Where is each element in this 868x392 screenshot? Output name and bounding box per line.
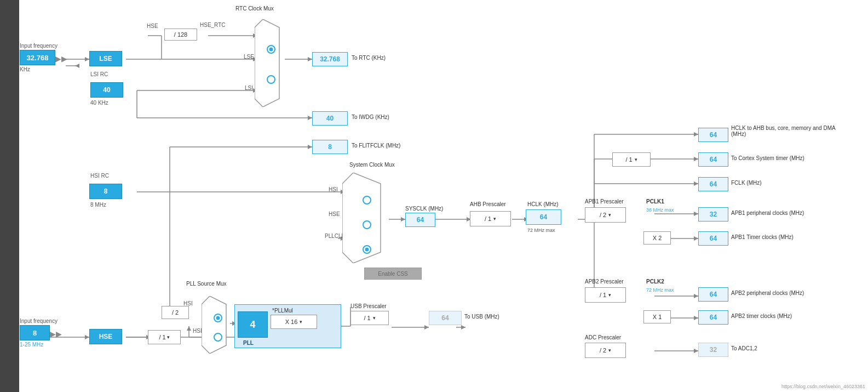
lsi-rc-label: LSI RC <box>90 71 108 77</box>
enable-css-button[interactable]: Enable CSS <box>364 268 422 280</box>
pclk2-max: 72 MHz max <box>646 287 674 293</box>
lse-box: LSE <box>89 51 122 66</box>
ahb-output-label: HCLK to AHB bus, core, memory and DMA (M… <box>731 125 841 137</box>
flitfclk-output-value: 8 <box>312 140 348 154</box>
svg-marker-49 <box>694 181 698 186</box>
ahb-prescaler-label: AHB Prescaler <box>470 201 506 207</box>
hse-div-label: HSE <box>147 23 158 29</box>
usb-output-label: To USB (MHz) <box>464 314 499 320</box>
flitfclk-output-label: To FLITFCLK (MHz) <box>352 143 400 149</box>
svg-point-84 <box>267 76 275 83</box>
fclk-value: 64 <box>698 177 728 191</box>
apb2-prescaler-label: APB2 Prescaler <box>585 279 624 285</box>
svg-marker-73 <box>85 335 89 339</box>
adc-prescaler-dropdown[interactable]: / 2 ▾ <box>585 343 626 358</box>
pll-mux-shape <box>202 296 234 354</box>
pclk1-label: PCLK1 <box>646 198 664 204</box>
hsi-sys-label: HSI <box>329 186 338 192</box>
hsi-rc-label: HSI RC <box>90 173 109 179</box>
hsi-pll-label: HSI <box>183 300 193 306</box>
adc-output-value: 32 <box>698 343 728 357</box>
svg-point-86 <box>363 196 371 204</box>
svg-marker-46 <box>694 157 698 161</box>
hclk-max-label: 72 MHz max <box>527 228 555 233</box>
input-freq-hse-label: Input frequency 8 ▶▶ 1-25 MHz <box>20 318 58 348</box>
apb1-timer-value: 64 <box>698 231 728 246</box>
watermark: https://blog.csdn.net/weixin_46023361 <box>781 384 865 389</box>
rtc-output-label: To RTC (KHz) <box>352 55 386 61</box>
apb2-timer-label: APB2 timer clocks (MHz) <box>731 313 792 319</box>
svg-point-83 <box>269 48 273 52</box>
rtc-output-value: 32.768 <box>312 52 348 66</box>
svg-marker-59 <box>694 212 698 216</box>
svg-marker-69 <box>424 325 429 329</box>
cortex-timer-value: 64 <box>698 152 728 167</box>
lsi-value-box: 40 <box>90 82 123 98</box>
hse-box: HSE <box>89 329 122 344</box>
cortex-prescaler-dropdown[interactable]: / 1 ▾ <box>612 152 651 167</box>
apb2-timer-value: 64 <box>698 310 728 325</box>
usb-output-value: 64 <box>429 311 462 325</box>
hsi-unit: 8 MHz <box>90 202 106 208</box>
pll-mul-dropdown[interactable]: X 16 ▾ <box>271 315 317 329</box>
svg-marker-81 <box>255 19 279 107</box>
fclk-label: FCLK (MHz) <box>731 180 762 186</box>
svg-point-92 <box>216 316 220 320</box>
input-freq-lse-unit: KHz <box>20 66 58 72</box>
apb2-timer-x1-box: X 1 <box>643 310 671 323</box>
apb1-timer-label: APB1 Timer clocks (MHz) <box>731 234 794 240</box>
apb1-prescaler-label: APB1 Prescaler <box>585 198 624 204</box>
iwdg-output-label: To IWDG (KHz) <box>352 114 389 120</box>
svg-marker-75 <box>75 64 79 68</box>
pll-label: PLL <box>243 340 254 346</box>
svg-marker-61 <box>694 236 698 241</box>
hse-rtc-label: HSE_RTC <box>200 22 226 28</box>
svg-marker-90 <box>202 296 226 354</box>
adc-prescaler-label: ADC Prescaler <box>585 334 621 340</box>
rtc-mux-shape <box>255 19 288 107</box>
sysclk-label: SYSCLK (MHz) <box>405 206 443 212</box>
input-freq-hse-value[interactable]: 8 <box>20 325 50 340</box>
svg-point-89 <box>365 248 369 252</box>
svg-point-93 <box>214 333 222 341</box>
pclk1-max: 36 MHz max <box>646 207 674 213</box>
input-freq-hse-unit: 1-25 MHz <box>20 342 58 348</box>
svg-marker-85 <box>342 173 381 263</box>
left-panel <box>0 0 19 392</box>
svg-marker-14 <box>308 116 312 120</box>
pll-value-box: 4 <box>238 311 268 338</box>
svg-marker-67 <box>694 349 698 353</box>
ahb-prescaler-dropdown[interactable]: / 1 ▾ <box>470 211 511 226</box>
apb2-prescaler-dropdown[interactable]: / 1 ▾ <box>585 287 626 303</box>
pll-mul-label: *PLLMul <box>272 308 293 314</box>
apb2-peripheral-value: 64 <box>698 287 728 302</box>
lse-mux-label: LSE <box>244 54 254 60</box>
usb-prescaler-dropdown[interactable]: / 1 ▾ <box>350 311 389 325</box>
svg-marker-1 <box>85 57 89 61</box>
svg-marker-26 <box>187 326 191 331</box>
lsi-unit: 40 KHz <box>90 100 108 106</box>
rtc-clock-mux-label: RTC Clock Mux <box>235 5 274 12</box>
svg-point-87 <box>363 221 371 229</box>
svg-marker-35 <box>401 217 405 221</box>
apb2-peripheral-label: APB2 peripheral clocks (MHz) <box>731 290 804 296</box>
hclk-label: HCLK (MHz) <box>527 201 559 207</box>
apb1-prescaler-dropdown[interactable]: / 2 ▾ <box>585 207 626 223</box>
usb-prescaler-label: USB Prescaler <box>350 303 387 309</box>
connection-lines <box>0 0 868 392</box>
hse-div128-box: / 128 <box>164 29 197 41</box>
hse-div1-dropdown[interactable]: / 1 ▾ <box>148 330 181 344</box>
pclk2-label: PCLK2 <box>646 279 664 285</box>
hclk-value: 64 <box>526 209 561 225</box>
adc-output-label: To ADC1,2 <box>731 345 757 351</box>
apb1-peripheral-value: 32 <box>698 207 728 221</box>
sys-mux-shape <box>342 173 392 263</box>
svg-marker-63 <box>694 294 698 298</box>
iwdg-output-value: 40 <box>312 111 348 126</box>
input-freq-lse-label: Input frequency 32.768 ▶▶ KHz <box>20 43 58 72</box>
cortex-timer-label: To Cortex System timer (MHz) <box>731 155 804 161</box>
system-clock-mux-label: System Clock Mux <box>349 162 395 168</box>
apb1-peripheral-label: APB1 peripheral clocks (MHz) <box>731 210 804 216</box>
svg-marker-11 <box>308 57 312 61</box>
input-freq-lse-value[interactable]: 32.768 <box>20 50 55 65</box>
